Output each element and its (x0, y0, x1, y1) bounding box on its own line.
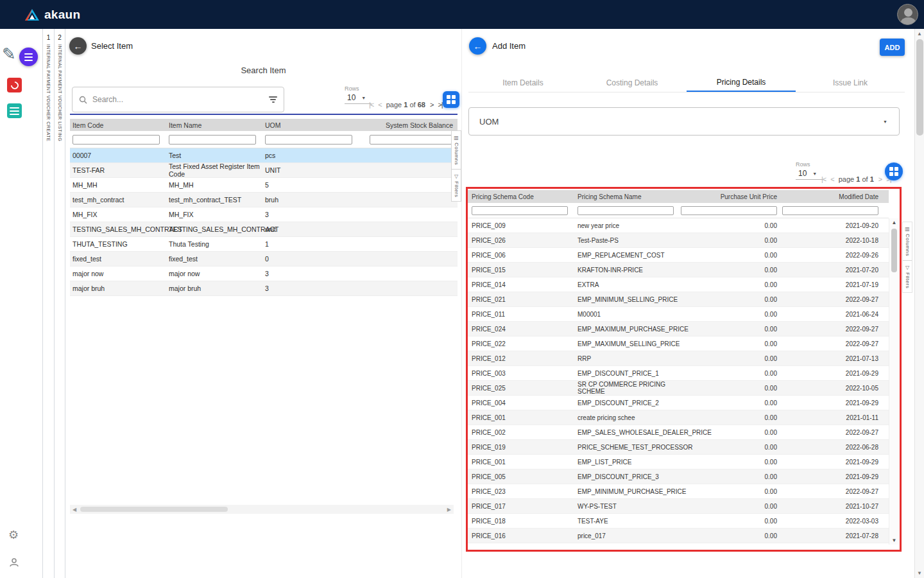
page-indicator: page 1 of 1 (839, 175, 874, 183)
last-page-icon[interactable]: >| (438, 101, 442, 109)
filter-item-name-input[interactable] (169, 135, 256, 144)
pricing-table-row[interactable]: PRICE_025 SR CP COMMERCE PRICING SCHEME … (468, 381, 889, 396)
profile-person-icon[interactable] (8, 557, 20, 571)
filter-pricing-schema-name-input[interactable] (578, 206, 674, 215)
pdf-export-icon[interactable] (7, 78, 22, 92)
item-table-row[interactable]: fixed_test fixed_test 0 (70, 252, 458, 267)
pricing-schema-code-cell: PRICE_017 (468, 503, 574, 510)
pricing-table-row[interactable]: PRICE_019 PRICE_SCHEME_TEST_PROCESSOR 0.… (468, 440, 889, 455)
rows-per-page-select[interactable]: 10 ▼ (345, 92, 372, 104)
scroll-down-icon[interactable]: ▼ (889, 538, 899, 543)
prev-page-icon[interactable]: < (830, 175, 834, 183)
page-vertical-scrollbar[interactable]: ▲ ▼ (914, 29, 924, 578)
back-button[interactable]: ← (469, 37, 486, 55)
item-table-row[interactable]: test_mh_contract test_mh_contract_TEST b… (70, 193, 458, 207)
settings-gear-icon[interactable]: ⚙ (8, 528, 19, 542)
pricing-table-row[interactable]: PRICE_003 EMP_DISCOUNT_PRICE_1 0.00 2021… (468, 366, 889, 381)
item-table-row[interactable]: major now major now 3 (70, 267, 458, 281)
pricing-table-row[interactable]: PRICE_004 EMP_DISCOUNT_PRICE_2 0.00 2021… (468, 396, 889, 410)
edit-pencil-icon[interactable]: ✎ (2, 44, 16, 64)
back-button[interactable]: ← (69, 37, 87, 55)
pricing-table-row[interactable]: PRICE_024 EMP_MAXIMUM_PURCHASE_PRICE 0.0… (468, 322, 889, 337)
pricing-table-row[interactable]: PRICE_009 new year price 0.00 2021-09-20 (468, 218, 889, 233)
columns-side-tab[interactable]: ▥ Columns (452, 131, 461, 170)
tab-issue-link[interactable]: Issue Link (796, 74, 905, 92)
menu-toggle-button[interactable] (19, 48, 38, 66)
pricing-table-row[interactable]: PRICE_016 price_017 0.00 2021-07-28 (468, 529, 889, 543)
tab-pricing-details[interactable]: Pricing Details (687, 74, 796, 92)
column-header[interactable]: UOM (262, 121, 359, 129)
scrollbar-thumb[interactable] (916, 39, 923, 136)
pricing-table-row[interactable]: PRICE_006 EMP_REPLACEMENT_COST 0.00 2022… (468, 248, 889, 263)
scroll-up-icon[interactable]: ▲ (915, 31, 924, 37)
pricing-table-row[interactable]: PRICE_012 RRP 0.00 2021-07-13 (468, 351, 889, 366)
item-table-row[interactable]: TEST-FAR Test Fixed Asset Register Item … (70, 163, 458, 178)
column-header[interactable]: Modified Date (781, 193, 885, 200)
item-table-row[interactable]: THUTA_TESTING Thuta Testing 1 (70, 237, 458, 252)
pricing-table-row[interactable]: PRICE_001 create pricing schee 0.00 2021… (468, 410, 889, 425)
prev-page-icon[interactable]: < (378, 101, 381, 109)
scrollbar-thumb[interactable] (891, 229, 897, 272)
add-button[interactable]: ADD (880, 39, 905, 56)
filter-item-code-input[interactable] (73, 135, 160, 144)
next-page-icon[interactable]: > (878, 175, 882, 183)
column-header[interactable]: Purchase Unit Price (680, 193, 781, 200)
brand-logo[interactable]: akaun (24, 8, 80, 22)
filter-purchase-unit-price-input[interactable] (681, 206, 777, 215)
filter-funnel-icon[interactable] (269, 96, 277, 103)
scroll-up-icon[interactable]: ▲ (889, 220, 899, 225)
item-table-row[interactable]: MH_MH MH_MH 5 (70, 178, 458, 193)
item-table-row[interactable]: 00007 Test pcs (70, 148, 458, 163)
filters-side-tab[interactable]: ▽ Filters (903, 261, 912, 292)
scrollbar-thumb[interactable] (80, 507, 228, 512)
pricing-table-row[interactable]: PRICE_021 EMP_MINIMUM_SELLING_PRICE 0.00… (468, 292, 889, 307)
pricing-table-row[interactable]: PRICE_011 M00001 0.00 2021-06-24 (468, 307, 889, 322)
columns-label: Columns (905, 234, 911, 256)
item-table-row[interactable]: MH_FIX MH_FIX 3 (70, 207, 458, 222)
pricing-table-row[interactable]: PRICE_022 EMP_MAXIMUM_SELLING_PRICE 0.00… (468, 337, 889, 351)
filter-pricing-schema-code-input[interactable] (472, 206, 568, 215)
scroll-down-icon[interactable]: ▼ (915, 570, 924, 576)
workspace-tab-2[interactable]: 2 INTERNAL PAYMENT VOUCHER LISTING (54, 29, 65, 578)
column-header[interactable]: Item Name (166, 121, 262, 129)
item-table-row[interactable]: major bruh major bruh 3 (70, 281, 458, 296)
user-avatar[interactable] (897, 4, 918, 25)
table-vertical-scrollbar[interactable]: ▲ ▼ (889, 218, 899, 545)
grid-view-button[interactable] (885, 162, 903, 180)
modified-date-cell: 2022-10-05 (781, 385, 885, 392)
column-header[interactable]: Item Code (70, 121, 166, 129)
column-header[interactable]: System Stock Balance (359, 121, 458, 129)
pricing-schema-code-cell: PRICE_011 (468, 311, 574, 318)
horizontal-scrollbar[interactable]: ◀ ▶ (70, 505, 454, 514)
tab-item-details[interactable]: Item Details (468, 74, 578, 92)
filter-modified-date-input[interactable] (782, 206, 878, 215)
first-page-icon[interactable]: |< (369, 101, 373, 109)
tab-costing-details[interactable]: Costing Details (578, 74, 687, 92)
grid-view-button[interactable] (443, 91, 459, 108)
pricing-table-row[interactable]: PRICE_005 EMP_DISCOUNT_PRICE_3 0.00 2021… (468, 469, 889, 484)
column-header[interactable]: Pricing Schema Name (574, 193, 680, 200)
scroll-left-icon[interactable]: ◀ (73, 507, 76, 512)
column-header[interactable]: Pricing Schema Code (468, 193, 574, 200)
listing-icon[interactable] (7, 103, 22, 118)
workspace-tab-1[interactable]: 1 INTERNAL PAYMENT VOUCHER CREATE (42, 29, 54, 578)
search-input[interactable] (92, 95, 264, 104)
pricing-table-row[interactable]: PRICE_002 EMP_SALES_WHOLESALE_DEALER_PRI… (468, 425, 889, 440)
columns-side-tab[interactable]: ▥ Columns (903, 222, 912, 261)
filters-side-tab[interactable]: ▽ Filters (452, 170, 461, 201)
pricing-table-row[interactable]: PRICE_014 EXTRA 0.00 2021-07-19 (468, 277, 889, 292)
scroll-right-icon[interactable]: ▶ (447, 507, 451, 512)
pricing-table-row[interactable]: PRICE_018 TEST-AYE 0.00 2022-03-03 (468, 514, 889, 529)
pricing-table-row[interactable]: PRICE_015 KRAFTON-INR-PRICE 0.00 2021-07… (468, 263, 889, 277)
first-page-icon[interactable]: |< (821, 175, 826, 183)
pricing-table-row[interactable]: PRICE_017 WY-PS-TEST 0.00 2021-10-27 (468, 499, 889, 514)
pricing-table-row[interactable]: PRICE_023 EMP_MINIMUM_PURCHASE_PRICE 0.0… (468, 484, 889, 499)
rows-per-page-select[interactable]: 10 ▼ (796, 168, 823, 180)
filter-stock-balance-input[interactable] (370, 135, 453, 144)
pricing-table-row[interactable]: PRICE_026 Test-Paste-PS 0.00 2022-10-18 (468, 233, 889, 248)
pricing-table-row[interactable]: PRICE_001 EMP_LIST_PRICE 0.00 2021-09-29 (468, 455, 889, 469)
next-page-icon[interactable]: > (430, 101, 433, 109)
filter-uom-input[interactable] (265, 135, 352, 144)
item-table-row[interactable]: TESTING_SALES_MH_CONTRACT TESTING_SALES_… (70, 222, 458, 237)
uom-dropdown[interactable]: UOM ▼ (468, 107, 900, 136)
